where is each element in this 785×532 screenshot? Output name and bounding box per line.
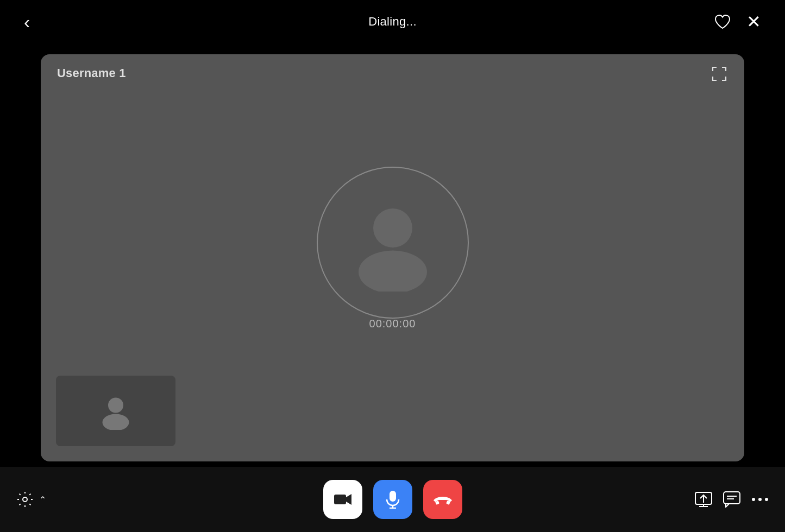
settings-button[interactable]	[16, 491, 34, 508]
end-call-icon	[433, 493, 453, 505]
svg-rect-5	[334, 495, 346, 504]
call-timer: 00:00:00	[369, 318, 416, 330]
close-button[interactable]: ✕	[744, 9, 763, 34]
remote-username: Username 1	[57, 66, 126, 80]
svg-point-2	[108, 398, 123, 413]
remote-avatar-container	[317, 167, 469, 319]
call-status-title: Dialing...	[368, 15, 417, 29]
svg-point-1	[359, 250, 427, 292]
fullscreen-icon	[711, 66, 727, 82]
back-button[interactable]: ‹	[22, 9, 32, 35]
microphone-button[interactable]	[373, 480, 412, 519]
share-screen-button[interactable]	[695, 492, 712, 507]
chat-button[interactable]	[723, 491, 740, 508]
svg-point-21	[765, 498, 768, 501]
fullscreen-button[interactable]	[709, 64, 729, 84]
remote-avatar-icon	[344, 194, 442, 292]
call-controls	[323, 480, 462, 519]
mic-icon	[385, 490, 400, 509]
favorite-button[interactable]	[712, 11, 733, 33]
self-avatar-icon	[97, 392, 135, 430]
top-bar: ‹ Dialing... ✕	[0, 0, 785, 43]
top-bar-left: ‹	[22, 9, 32, 35]
svg-marker-6	[346, 494, 351, 505]
settings-area: ⌃	[0, 467, 46, 532]
camera-icon	[334, 492, 352, 506]
more-icon	[751, 497, 769, 502]
svg-point-0	[373, 208, 412, 248]
heart-icon	[714, 13, 731, 30]
svg-rect-16	[724, 492, 740, 504]
more-options-button[interactable]	[751, 497, 769, 502]
svg-point-19	[752, 498, 755, 501]
settings-icon	[16, 491, 34, 508]
chat-icon	[723, 491, 740, 508]
svg-rect-7	[390, 491, 396, 502]
upload-icon	[695, 492, 712, 507]
chevron-up-icon: ⌃	[39, 495, 46, 505]
svg-point-4	[23, 497, 27, 502]
self-view-thumbnail	[56, 376, 175, 446]
bottom-bar: ⌃	[0, 467, 785, 532]
video-container: Username 1 00:00:00	[41, 54, 744, 461]
avatar-circle	[317, 167, 469, 319]
end-call-button[interactable]	[423, 480, 462, 519]
camera-button[interactable]	[323, 480, 362, 519]
svg-point-20	[758, 498, 762, 501]
top-bar-right: ✕	[712, 9, 763, 34]
bottom-right-controls	[695, 467, 785, 532]
svg-point-3	[103, 414, 129, 430]
